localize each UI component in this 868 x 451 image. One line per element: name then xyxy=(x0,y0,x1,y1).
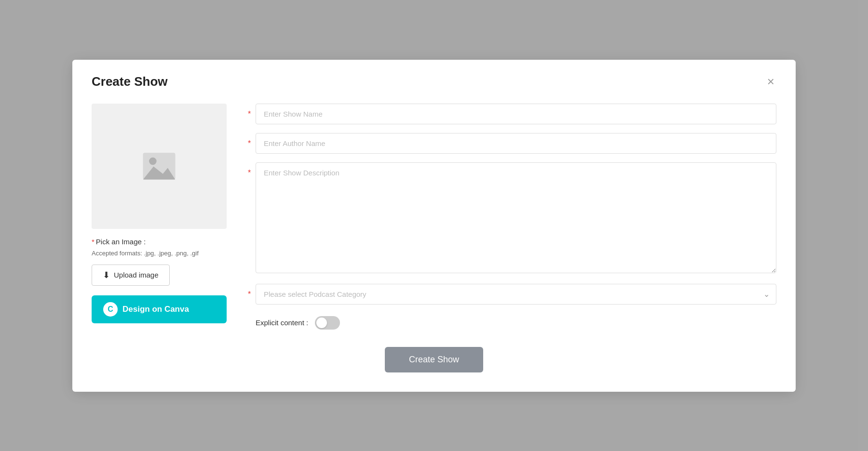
author-name-field-group: * xyxy=(256,133,776,154)
right-column: * * * * Please select Podcast xyxy=(256,104,776,332)
close-button[interactable]: × xyxy=(765,75,776,88)
required-star-author: * xyxy=(248,139,251,148)
upload-icon: ⬇ xyxy=(103,270,110,280)
author-name-input[interactable] xyxy=(256,133,776,154)
canva-logo: C xyxy=(103,302,118,317)
image-icon xyxy=(142,152,176,180)
image-placeholder-icon xyxy=(142,152,176,180)
create-show-modal: Create Show × *P xyxy=(72,60,796,392)
image-preview xyxy=(92,104,227,229)
left-column: *Pick an Image : Accepted formats: .jpg,… xyxy=(92,104,236,332)
required-star-description: * xyxy=(248,169,251,177)
create-show-button[interactable]: Create Show xyxy=(385,347,483,372)
modal-overlay: Create Show × *P xyxy=(0,0,868,451)
show-name-input[interactable] xyxy=(256,104,776,124)
show-name-field-group: * xyxy=(256,104,776,124)
category-select[interactable]: Please select Podcast Category Arts Busi… xyxy=(256,284,776,305)
modal-header: Create Show × xyxy=(92,74,776,89)
description-textarea[interactable] xyxy=(256,162,776,273)
accepted-formats-text: Accepted formats: .jpg, .jpeg, .png, .gi… xyxy=(92,250,236,257)
explicit-content-toggle[interactable] xyxy=(315,316,340,330)
upload-image-button[interactable]: ⬇ Upload image xyxy=(92,265,170,286)
required-star-image: * xyxy=(92,238,95,246)
explicit-content-row: Explicit content : xyxy=(256,313,776,332)
design-on-canva-button[interactable]: C Design on Canva xyxy=(92,295,227,323)
description-field-group: * xyxy=(256,162,776,275)
svg-point-2 xyxy=(149,157,156,164)
modal-body: *Pick an Image : Accepted formats: .jpg,… xyxy=(92,104,776,332)
toggle-slider xyxy=(315,316,340,330)
pick-image-label: *Pick an Image : xyxy=(92,238,236,246)
required-star-name: * xyxy=(248,110,251,119)
category-field-group: * Please select Podcast Category Arts Bu… xyxy=(256,284,776,305)
explicit-content-label: Explicit content : xyxy=(256,318,308,327)
modal-footer: Create Show xyxy=(92,347,776,372)
modal-title: Create Show xyxy=(92,74,168,89)
required-star-category: * xyxy=(248,290,251,299)
